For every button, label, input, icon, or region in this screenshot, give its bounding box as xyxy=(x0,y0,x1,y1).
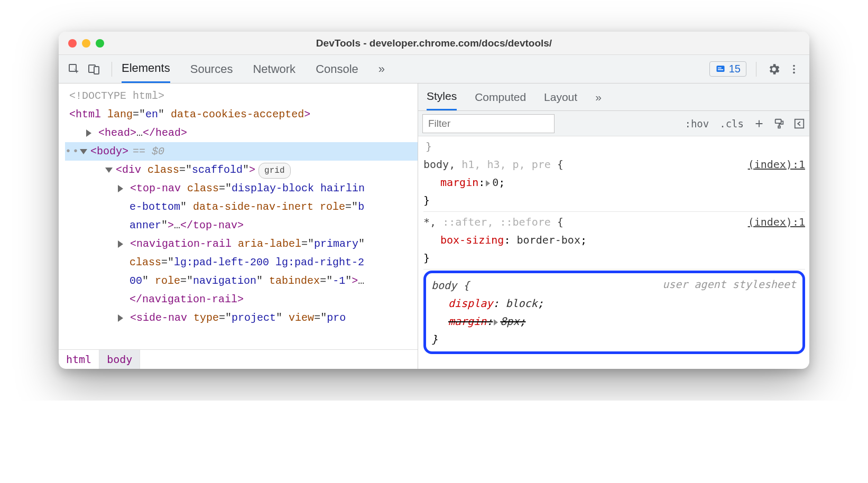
titlebar: DevTools - developer.chrome.com/docs/dev… xyxy=(59,32,809,55)
issues-badge[interactable]: 15 xyxy=(709,61,746,77)
svg-rect-4 xyxy=(718,67,722,68)
tab-sources[interactable]: Sources xyxy=(190,55,233,83)
svg-point-8 xyxy=(793,71,795,73)
ua-stylesheet-label: user agent stylesheet xyxy=(662,275,796,293)
dom-div-scaffold[interactable]: <div class="scaffold">grid xyxy=(65,161,418,179)
styles-pane: Styles Computed Layout » :hov .cls } bod… xyxy=(418,83,809,369)
rule-source-link[interactable]: (index):1 xyxy=(748,155,805,173)
user-agent-rule-highlighted[interactable]: body { user agent stylesheet display: bl… xyxy=(423,271,805,354)
dom-tree[interactable]: <!DOCTYPE html> <html lang="en" data-coo… xyxy=(59,83,418,349)
styles-rules: } body, h1, h3, p, pre { (index):1 margi… xyxy=(418,136,809,369)
elements-panel: <!DOCTYPE html> <html lang="en" data-coo… xyxy=(59,83,418,369)
svg-rect-5 xyxy=(718,69,723,70)
device-toggle-icon[interactable] xyxy=(86,61,102,77)
issues-count: 15 xyxy=(729,63,741,75)
cls-toggle[interactable]: .cls xyxy=(714,118,749,129)
breadcrumb: html body xyxy=(59,349,418,369)
svg-rect-0 xyxy=(69,64,76,71)
style-rule[interactable]: *, ::after, ::before { (index):1 box-siz… xyxy=(423,213,805,270)
tab-computed[interactable]: Computed xyxy=(475,83,526,110)
dom-sidenav[interactable]: <side-nav type="project" view="pro xyxy=(65,309,418,327)
svg-point-7 xyxy=(793,68,795,70)
paint-icon[interactable] xyxy=(771,116,787,132)
new-rule-icon[interactable] xyxy=(751,116,767,132)
svg-rect-3 xyxy=(716,66,724,72)
dom-navrail[interactable]: <navigation-rail aria-label="primary" xyxy=(65,235,418,253)
tab-more-icon[interactable]: » xyxy=(378,55,385,83)
svg-rect-9 xyxy=(775,119,781,123)
dom-topnav[interactable]: <top-nav class="display-block hairlin xyxy=(65,179,418,198)
dom-head[interactable]: <head>…</head> xyxy=(65,124,418,142)
tab-styles[interactable]: Styles xyxy=(427,83,457,110)
tab-network[interactable]: Network xyxy=(253,55,296,83)
dom-body-selected[interactable]: •••<body>== $0 xyxy=(65,142,418,161)
svg-rect-10 xyxy=(778,126,780,128)
hov-toggle[interactable]: :hov xyxy=(679,118,714,129)
crumb-body[interactable]: body xyxy=(99,350,140,369)
settings-icon[interactable] xyxy=(766,61,782,77)
styles-filter-input[interactable] xyxy=(422,114,555,133)
inspect-icon[interactable] xyxy=(66,61,82,77)
tab-console[interactable]: Console xyxy=(316,55,358,83)
style-rule[interactable]: body, h1, h3, p, pre { (index):1 margin:… xyxy=(423,155,805,212)
styles-tabs: Styles Computed Layout » xyxy=(418,83,809,111)
tab-elements[interactable]: Elements xyxy=(122,55,170,83)
svg-rect-11 xyxy=(795,119,804,128)
crumb-html[interactable]: html xyxy=(59,350,99,369)
rule-source-link[interactable]: (index):1 xyxy=(748,213,805,231)
svg-point-6 xyxy=(793,64,795,67)
window-title: DevTools - developer.chrome.com/docs/dev… xyxy=(59,38,809,49)
kebab-menu-icon[interactable] xyxy=(786,61,802,77)
devtools-window: DevTools - developer.chrome.com/docs/dev… xyxy=(59,32,809,369)
styles-filter-row: :hov .cls xyxy=(418,111,809,136)
svg-rect-2 xyxy=(94,67,99,74)
tab-styles-more-icon[interactable]: » xyxy=(595,83,602,110)
panel-tabs: Elements Sources Network Console » xyxy=(122,55,385,83)
dom-html[interactable]: <html lang="en" data-cookies-accepted> xyxy=(65,105,418,124)
dom-doctype[interactable]: <!DOCTYPE html> xyxy=(65,87,418,105)
computed-toggle-icon[interactable] xyxy=(791,116,807,132)
main-toolbar: Elements Sources Network Console » 15 xyxy=(59,55,809,83)
tab-layout[interactable]: Layout xyxy=(544,83,577,110)
